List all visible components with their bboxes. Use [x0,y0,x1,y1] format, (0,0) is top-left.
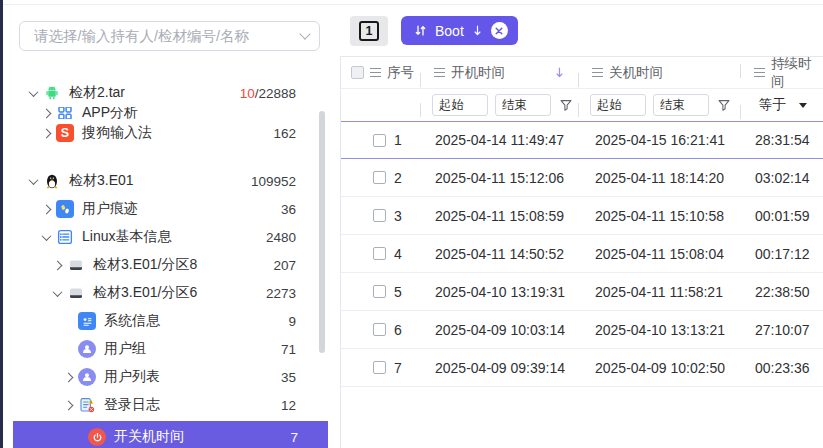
column-header-shutdown-time[interactable]: 关机时间 [578,64,740,82]
tree-item[interactable]: 开关机时间 7 [13,421,328,448]
boot-time-cell: 2025-04-10 13:19:31 [435,284,595,300]
expand-arrow-icon[interactable] [63,372,73,382]
boot-time-cell: 2025-04-11 15:12:06 [435,170,595,186]
column-menu-icon[interactable] [754,68,765,77]
tree-item-count: 2480 [266,230,296,245]
column-header-duration[interactable]: 持续时间 [740,55,823,91]
row-number-cell: 3 [394,208,435,224]
user-icon [78,340,96,358]
tree-item[interactable]: 用户列表 35 [3,363,334,391]
row-checkbox[interactable] [373,171,386,184]
expand-arrow-icon[interactable] [52,260,62,270]
holder-search-select[interactable] [19,21,320,51]
sort-arrows-icon [413,23,428,38]
column-menu-icon[interactable] [370,68,381,77]
tree-item[interactable]: 用户组 71 [3,335,334,363]
expand-arrow-icon[interactable] [41,231,51,241]
table-row[interactable]: 1 2025-04-14 11:49:47 2025-04-15 16:21:4… [341,121,823,159]
app-grid-icon [56,107,74,119]
close-circle-icon[interactable] [491,22,508,39]
row-checkbox[interactable] [373,134,386,147]
select-all-checkbox[interactable] [351,66,364,79]
column-menu-icon[interactable] [434,68,445,77]
expand-arrow-icon[interactable] [41,108,51,118]
table-row[interactable]: 3 2025-04-11 15:08:59 2025-04-11 15:10:5… [341,197,823,235]
tree-item[interactable]: 系统信息 9 [3,307,334,335]
boot-time-filter [420,94,578,116]
expand-arrow-icon[interactable] [28,87,38,97]
row-number-cell: 7 [394,360,435,376]
tree-item[interactable]: 检材2.tar 10/22888 [3,79,334,107]
chevron-down-icon [299,28,310,39]
login-log-icon [78,396,96,414]
tree-item-count: 10/22888 [240,86,296,101]
table-row[interactable]: 2 2025-04-11 15:12:06 2025-04-11 18:14:2… [341,159,823,197]
sogou-icon: S [56,124,74,142]
tree-item-label: 用户组 [104,340,146,358]
boot-sort-chip[interactable]: Boot [401,16,518,45]
boot-end-input[interactable] [495,94,551,116]
table-body: 1 2025-04-14 11:49:47 2025-04-15 16:21:4… [341,121,823,387]
row-checkbox[interactable] [373,209,386,222]
shutdown-end-input[interactable] [653,94,709,116]
expand-arrow-icon[interactable] [41,204,51,214]
column-menu-icon[interactable] [592,68,603,77]
row-number-cell: 6 [394,322,435,338]
sort-descending-icon[interactable] [553,66,566,79]
row-checkbox[interactable] [373,361,386,374]
shutdown-time-cell: 2025-04-11 15:10:58 [595,208,755,224]
expand-arrow-icon[interactable] [41,128,51,138]
power-icon [88,428,106,446]
tree-item[interactable]: 登录日志 12 [3,391,334,419]
table-row[interactable]: 4 2025-04-11 14:50:52 2025-04-11 15:08:0… [341,235,823,273]
tree-item-count: 2273 [266,286,296,301]
sidebar-scrollbar-thumb[interactable] [319,111,325,353]
tree-item-count: 71 [281,342,296,357]
table-header-row: 序号 开机时间 关机时间 持续时间 [341,57,823,89]
table-filter-row: 等于 [341,89,823,121]
boot-start-input[interactable] [432,94,488,116]
partition-tab-button[interactable]: 1 [350,16,388,46]
row-number-cell: 5 [394,284,435,300]
tree-item[interactable]: 检材3.E01 109952 [3,167,334,195]
duration-cell: 00:17:12 [755,246,823,262]
table-row[interactable]: 5 2025-04-10 13:19:31 2025-04-11 11:58:2… [341,273,823,311]
row-checkbox[interactable] [373,285,386,298]
disk-icon [67,284,85,302]
tree-item-label: APP分析 [82,107,138,119]
column-header-no[interactable]: 序号 [341,64,420,82]
boot-time-cell: 2025-04-14 11:49:47 [435,132,595,148]
tree-item-label: 登录日志 [104,396,160,414]
tree-item[interactable]: Linux基本信息 2480 [3,223,334,251]
tree-item[interactable]: 检材3.E01/分区8 207 [3,251,334,279]
duration-cell: 22:38:50 [755,284,823,300]
column-header-boot-time[interactable]: 开机时间 [420,64,578,82]
tree-item-count: 162 [273,126,296,141]
tree-item[interactable]: APP分析 [3,107,334,119]
shutdown-time-cell: 2025-04-11 18:14:20 [595,170,755,186]
duration-operator-dropdown[interactable]: 等于 [740,96,823,114]
table-row[interactable]: 6 2025-04-09 10:03:14 2025-04-10 13:13:2… [341,311,823,349]
list-outline-icon [56,228,74,246]
table-row[interactable]: 7 2025-04-09 09:39:14 2025-04-09 10:02:5… [341,349,823,387]
shutdown-start-input[interactable] [590,94,646,116]
row-checkbox[interactable] [373,323,386,336]
expand-arrow-icon[interactable] [28,175,38,185]
tree-item-count: 36 [281,202,296,217]
boot-time-cell: 2025-04-11 14:50:52 [435,246,595,262]
tree-item[interactable]: S 搜狗输入法 162 [3,119,334,147]
table-toolbar: 1 Boot [340,5,823,56]
partition-number-badge: 1 [359,21,379,41]
tree-item-label: 系统信息 [104,312,160,330]
row-checkbox[interactable] [373,247,386,260]
expand-arrow-icon[interactable] [63,400,73,410]
search-input[interactable] [34,28,301,44]
expand-arrow-icon[interactable] [52,287,62,297]
tree-item-label: 检材3.E01/分区6 [93,284,197,302]
row-number-cell: 1 [394,132,435,148]
filter-funnel-icon[interactable] [717,98,731,112]
tree-item[interactable]: 用户痕迹 36 [3,195,334,223]
tree-item-label: 用户列表 [104,368,160,386]
tree-item[interactable]: 检材3.E01/分区6 2273 [3,279,334,307]
filter-funnel-icon[interactable] [559,98,573,112]
